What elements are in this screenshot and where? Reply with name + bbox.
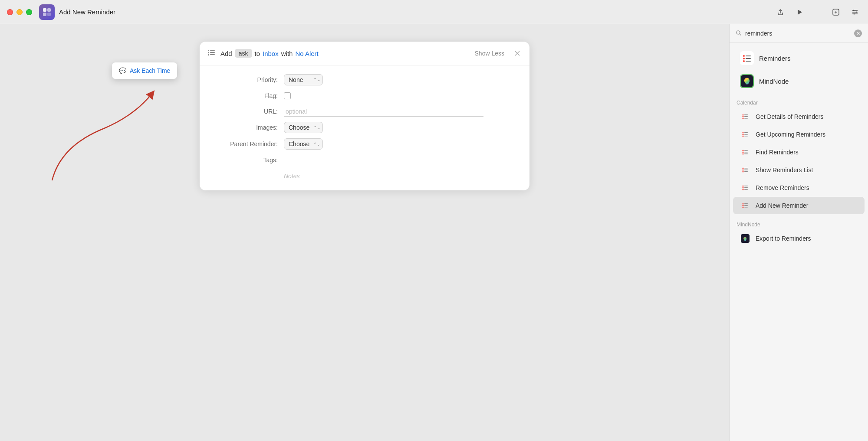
sidebar-action-find[interactable]: Find Reminders <box>733 144 865 161</box>
card-header: Add ask to Inbox with No Alert Show Less <box>200 42 529 65</box>
header-text: Add ask to Inbox with No Alert <box>220 49 470 58</box>
get-upcoming-label: Get Upcoming Reminders <box>756 131 825 138</box>
search-bar: ✕ <box>730 24 868 43</box>
ask-each-time-label: Ask Each Time <box>130 67 170 74</box>
priority-select-wrapper[interactable]: None Low Medium High <box>284 74 323 85</box>
svg-rect-41 <box>744 150 748 151</box>
sidebar-action-add-new[interactable]: Add New Reminder <box>733 197 865 214</box>
sidebar-action-remove[interactable]: Remove Reminders <box>733 179 865 196</box>
ask-each-time-tooltip[interactable]: 💬 Ask Each Time <box>112 62 177 79</box>
svg-point-19 <box>743 55 745 57</box>
ask-each-time-item[interactable]: 💬 Ask Each Time <box>114 65 175 76</box>
parent-reminder-choose-wrapper[interactable]: Choose <box>284 138 323 150</box>
get-details-label: Get Details of Reminders <box>756 113 823 120</box>
images-choose-wrapper[interactable]: Choose <box>284 122 323 133</box>
settings-button[interactable] <box>849 6 861 18</box>
svg-rect-12 <box>210 50 215 51</box>
right-sidebar: ✕ Reminders <box>729 24 868 441</box>
add-new-reminder-icon <box>740 200 750 211</box>
share-button[interactable] <box>774 6 786 18</box>
add-label: Add <box>220 50 232 57</box>
url-input[interactable] <box>284 107 483 117</box>
flag-checkbox[interactable] <box>284 92 291 99</box>
reminders-app-name: Reminders <box>759 55 791 62</box>
tags-control <box>284 155 521 165</box>
play-button[interactable] <box>793 6 806 18</box>
svg-rect-14 <box>210 52 215 53</box>
svg-rect-29 <box>744 114 748 115</box>
svg-rect-54 <box>744 187 748 188</box>
minimize-button[interactable] <box>16 9 23 15</box>
no-alert-link[interactable]: No Alert <box>295 50 318 57</box>
svg-point-45 <box>743 170 744 171</box>
svg-point-44 <box>743 168 744 169</box>
svg-rect-24 <box>746 61 751 62</box>
svg-point-28 <box>743 118 744 119</box>
sidebar-action-get-details[interactable]: Get Details of Reminders <box>733 108 865 125</box>
parent-reminder-row: Parent Reminder: Choose <box>200 136 529 152</box>
tags-row: Tags: <box>200 152 529 168</box>
get-details-icon <box>740 111 750 122</box>
images-control: Choose <box>284 122 521 133</box>
sidebar-action-get-upcoming[interactable]: Get Upcoming Reminders <box>733 126 865 143</box>
svg-point-39 <box>743 152 744 153</box>
svg-point-52 <box>743 189 744 190</box>
mindnode-app-icon <box>740 74 754 88</box>
svg-rect-48 <box>744 170 748 170</box>
url-control <box>284 107 521 117</box>
svg-rect-37 <box>744 136 748 137</box>
sidebar-item-mindnode-app[interactable]: MindNode <box>733 70 865 92</box>
tags-label: Tags: <box>208 157 278 163</box>
svg-rect-31 <box>744 118 748 119</box>
card-list-icon <box>207 48 216 59</box>
svg-rect-16 <box>210 54 215 55</box>
parent-reminder-control: Choose <box>284 138 521 150</box>
svg-point-56 <box>743 203 744 205</box>
tags-input[interactable] <box>284 155 483 165</box>
sidebar-action-show-list[interactable]: Show Reminders List <box>733 161 865 179</box>
svg-rect-43 <box>744 154 748 154</box>
svg-rect-2 <box>43 13 46 16</box>
notes-placeholder[interactable]: Notes <box>284 173 300 180</box>
search-icon <box>736 30 742 37</box>
sidebar-list: Reminders <box>730 43 868 441</box>
search-input[interactable] <box>745 30 851 37</box>
to-label: to <box>255 50 260 57</box>
close-button[interactable] <box>7 9 13 15</box>
flag-control <box>284 92 521 99</box>
parent-reminder-choose-button[interactable]: Choose <box>284 138 323 150</box>
maximize-button[interactable] <box>26 9 32 15</box>
svg-rect-55 <box>744 189 748 190</box>
reminders-app-icon <box>740 51 754 65</box>
svg-point-27 <box>743 116 744 118</box>
svg-point-34 <box>743 136 744 137</box>
svg-point-38 <box>743 150 744 151</box>
get-upcoming-icon <box>740 129 750 140</box>
priority-label: Priority: <box>208 76 278 83</box>
url-label: URL: <box>208 108 278 115</box>
speech-bubble-icon: 💬 <box>119 67 126 74</box>
svg-rect-59 <box>744 203 748 204</box>
url-row: URL: <box>200 104 529 119</box>
close-card-button[interactable] <box>512 48 523 59</box>
sidebar-item-reminders-app[interactable]: Reminders <box>733 47 865 69</box>
remove-reminders-icon <box>740 183 750 193</box>
svg-point-46 <box>743 171 744 173</box>
flag-label: Flag: <box>208 92 278 99</box>
search-clear-button[interactable]: ✕ <box>854 29 862 37</box>
add-new-reminder-label: Add New Reminder <box>756 202 808 209</box>
show-less-button[interactable]: Show Less <box>475 50 504 57</box>
sidebar-action-export-reminders[interactable]: Export to Reminders <box>733 230 865 247</box>
action-card: Add ask to Inbox with No Alert Show Less <box>200 42 529 190</box>
svg-rect-23 <box>746 58 751 59</box>
images-choose-button[interactable]: Choose <box>284 122 323 133</box>
ask-badge[interactable]: ask <box>235 49 252 58</box>
priority-select[interactable]: None Low Medium High <box>284 74 323 85</box>
priority-control: None Low Medium High <box>284 74 521 85</box>
images-label: Images: <box>208 124 278 131</box>
svg-rect-36 <box>744 134 748 135</box>
inbox-link[interactable]: Inbox <box>263 50 279 57</box>
svg-point-26 <box>743 114 744 116</box>
save-to-library-button[interactable] <box>830 6 842 18</box>
svg-point-51 <box>743 187 744 189</box>
